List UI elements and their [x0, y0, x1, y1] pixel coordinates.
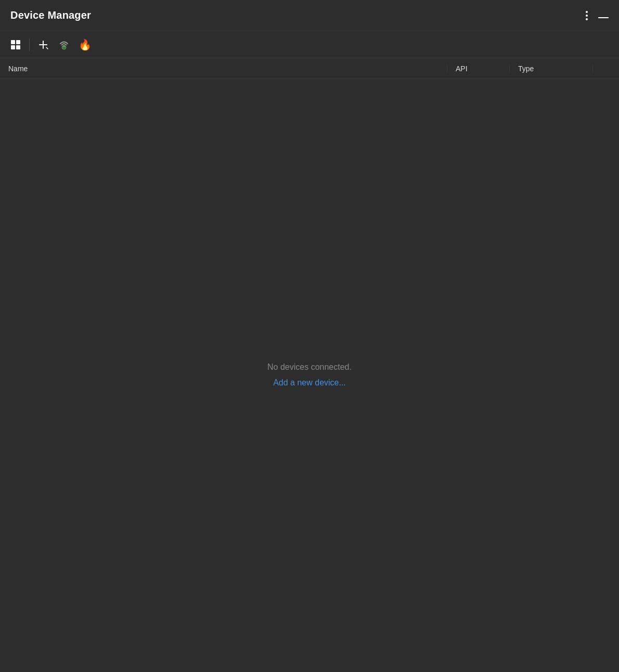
- title-bar-left: Device Manager: [10, 9, 91, 21]
- svg-point-3: [63, 46, 65, 48]
- grid-view-button[interactable]: [6, 35, 25, 54]
- column-header-type: Type: [510, 64, 593, 73]
- app-title: Device Manager: [10, 9, 91, 21]
- wifi-network-icon: [58, 38, 70, 51]
- add-device-button[interactable]: [34, 35, 53, 54]
- column-header-api: API: [447, 64, 510, 73]
- fire-button[interactable]: 🔥: [75, 35, 94, 54]
- add-device-icon: [38, 40, 48, 50]
- main-content: No devices connected. Add a new device..…: [0, 79, 619, 671]
- add-new-device-link[interactable]: Add a new device...: [273, 378, 346, 387]
- empty-state-message: No devices connected.: [267, 363, 352, 372]
- fire-icon: 🔥: [79, 38, 92, 51]
- minimize-button[interactable]: [598, 17, 609, 18]
- toolbar-divider: [29, 38, 30, 51]
- column-headers: Name API Type: [0, 58, 619, 79]
- title-bar: Device Manager: [0, 0, 619, 31]
- more-options-button[interactable]: [584, 9, 590, 22]
- column-header-name: Name: [0, 64, 447, 73]
- title-bar-controls: [584, 9, 609, 22]
- network-scan-button[interactable]: [55, 35, 73, 54]
- grid-icon: [11, 40, 20, 49]
- toolbar: 🔥: [0, 31, 619, 58]
